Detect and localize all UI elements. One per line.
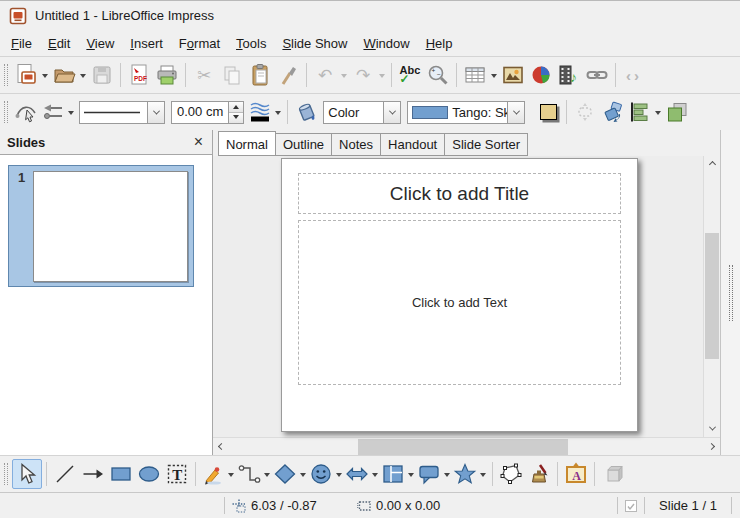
fontwork-button[interactable]: A: [562, 460, 590, 488]
fill-type-combobox[interactable]: Color: [323, 101, 401, 124]
object-size-field[interactable]: 0.00 x 0.00: [350, 498, 447, 513]
new-dropdown-arrow[interactable]: [40, 61, 50, 89]
slides-panel-close-button[interactable]: ×: [192, 134, 205, 150]
body-placeholder[interactable]: Click to add Text: [298, 220, 621, 385]
scroll-left-button[interactable]: [213, 438, 230, 456]
sidebar-show-hide-strip[interactable]: [720, 130, 740, 455]
block-arrows-button[interactable]: [344, 460, 370, 488]
paste-button[interactable]: [246, 61, 274, 89]
scroll-right-button[interactable]: [703, 438, 720, 456]
symbol-shapes-button[interactable]: [308, 460, 334, 488]
menu-file[interactable]: File: [3, 32, 40, 55]
arrow-style-dropdown-arrow[interactable]: [66, 98, 76, 126]
line-color-button[interactable]: [247, 98, 273, 126]
cursor-position-field[interactable]: 6.03 / -0.87: [225, 498, 350, 513]
toolbar-overflow-button[interactable]: ‹›: [620, 61, 648, 89]
vertical-scroll-thumb[interactable]: [705, 233, 719, 359]
menu-view[interactable]: View: [78, 32, 122, 55]
menu-window[interactable]: Window: [355, 32, 417, 55]
insert-table-button[interactable]: [461, 61, 489, 89]
menu-slide-show[interactable]: Slide Show: [274, 32, 355, 55]
curve-tool-button[interactable]: [200, 460, 226, 488]
glue-points-button[interactable]: [525, 460, 553, 488]
undo-dropdown-arrow[interactable]: [339, 61, 349, 89]
align-objects-button[interactable]: [627, 98, 653, 126]
clone-formatting-button[interactable]: [274, 61, 302, 89]
callouts-button[interactable]: [416, 460, 442, 488]
redo-button-disabled[interactable]: ↷: [349, 61, 377, 89]
select-tool-button[interactable]: [12, 459, 42, 489]
table-dropdown-arrow[interactable]: [489, 61, 499, 89]
menu-insert[interactable]: Insert: [122, 32, 171, 55]
tab-handout[interactable]: Handout: [380, 133, 445, 156]
tab-notes[interactable]: Notes: [331, 133, 381, 156]
vertical-scrollbar[interactable]: [703, 156, 720, 437]
undo-button-disabled[interactable]: ↶: [311, 61, 339, 89]
toolbar-grip[interactable]: [4, 64, 8, 86]
flowchart-button[interactable]: [380, 460, 406, 488]
symbol-shapes-dropdown-arrow[interactable]: [334, 460, 344, 488]
fill-color-button[interactable]: [292, 98, 320, 126]
fill-color-combobox[interactable]: Tango: Sky: [407, 101, 525, 124]
slide-thumbnail-1[interactable]: 1: [8, 165, 194, 287]
transformations-button-disabled[interactable]: [571, 98, 599, 126]
menu-edit[interactable]: Edit: [40, 32, 78, 55]
tab-outline[interactable]: Outline: [275, 133, 332, 156]
tab-normal[interactable]: Normal: [218, 131, 276, 156]
save-button-disabled[interactable]: [88, 61, 116, 89]
connector-dropdown-arrow[interactable]: [262, 460, 272, 488]
zoom-button[interactable]: + −: [424, 61, 452, 89]
scroll-down-button[interactable]: [704, 420, 720, 437]
insert-chart-button[interactable]: [527, 61, 555, 89]
insert-image-button[interactable]: [499, 61, 527, 89]
line-width-spinner[interactable]: 0.00 cm: [171, 101, 244, 124]
arrow-tool-button[interactable]: [79, 460, 107, 488]
horizontal-scroll-thumb[interactable]: [358, 439, 568, 455]
toolbar-grip[interactable]: [4, 463, 8, 485]
menu-help[interactable]: Help: [418, 32, 461, 55]
toggle-extrusion-button-disabled[interactable]: [599, 460, 627, 488]
align-dropdown-arrow[interactable]: [653, 98, 663, 126]
menu-tools[interactable]: Tools: [228, 32, 274, 55]
export-pdf-button[interactable]: PDF: [125, 61, 153, 89]
print-button[interactable]: [153, 61, 181, 89]
insert-hyperlink-button[interactable]: [583, 61, 611, 89]
title-placeholder[interactable]: Click to add Title: [298, 173, 621, 214]
line-style-dropdown-button[interactable]: [147, 102, 164, 123]
vertical-scroll-track[interactable]: [704, 173, 720, 420]
slide-page[interactable]: Click to add Title Click to add Text: [281, 158, 638, 432]
rotate-button[interactable]: [599, 98, 627, 126]
basic-shapes-button[interactable]: [272, 460, 298, 488]
document-modified-indicator[interactable]: [618, 499, 644, 513]
toolbar-grip[interactable]: [4, 101, 8, 123]
spelling-button[interactable]: Abc ✓: [396, 61, 424, 89]
stars-dropdown-arrow[interactable]: [478, 460, 488, 488]
redo-dropdown-arrow[interactable]: [377, 61, 387, 89]
fill-color-dropdown-button[interactable]: [507, 102, 524, 123]
horizontal-scrollbar[interactable]: [213, 437, 720, 455]
new-presentation-button[interactable]: [12, 61, 40, 89]
copy-button-disabled[interactable]: [218, 61, 246, 89]
scroll-up-button[interactable]: [704, 156, 720, 173]
open-dropdown-arrow[interactable]: [78, 61, 88, 89]
spin-down-button[interactable]: [229, 113, 243, 123]
fill-type-dropdown-button[interactable]: [383, 102, 400, 123]
arrow-style-button[interactable]: [40, 98, 66, 126]
cut-button-disabled[interactable]: ✂: [190, 61, 218, 89]
edit-points-mode-button[interactable]: [12, 98, 40, 126]
line-style-combobox[interactable]: [79, 101, 165, 124]
points-button[interactable]: [497, 460, 525, 488]
slide-canvas[interactable]: Click to add Title Click to add Text: [213, 156, 703, 437]
line-color-dropdown-arrow[interactable]: [273, 98, 283, 126]
callouts-dropdown-arrow[interactable]: [442, 460, 452, 488]
stars-button[interactable]: [452, 460, 478, 488]
text-box-tool-button[interactable]: T: [163, 460, 191, 488]
slide-indicator-field[interactable]: Slide 1 / 1: [645, 498, 731, 513]
insert-media-button[interactable]: ♪: [555, 61, 583, 89]
line-tool-button[interactable]: [51, 460, 79, 488]
arrange-button[interactable]: [663, 98, 691, 126]
open-button[interactable]: [50, 61, 78, 89]
block-arrows-dropdown-arrow[interactable]: [370, 460, 380, 488]
spin-up-button[interactable]: [229, 102, 243, 113]
basic-shapes-dropdown-arrow[interactable]: [298, 460, 308, 488]
